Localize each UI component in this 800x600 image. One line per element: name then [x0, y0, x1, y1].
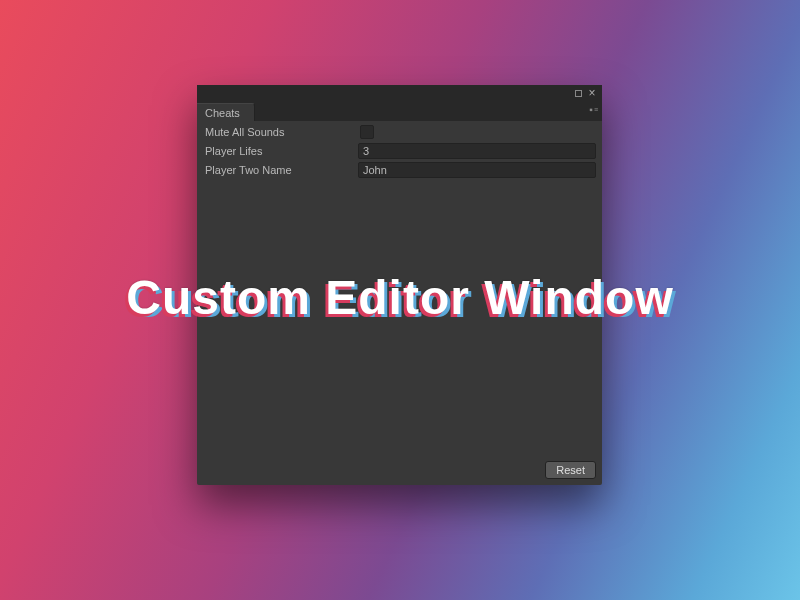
reset-button[interactable]: Reset [545, 461, 596, 479]
window-content: Mute All Sounds Player Lifes Player Two … [197, 121, 602, 485]
gradient-background: × Cheats ▪≡ Mute All Sounds Player Lifes… [0, 0, 800, 600]
close-icon[interactable]: × [586, 87, 598, 99]
property-player-lifes: Player Lifes [203, 142, 596, 160]
player-lifes-field[interactable] [358, 143, 596, 159]
property-mute-all-sounds: Mute All Sounds [203, 123, 596, 141]
button-row: Reset [203, 461, 596, 483]
mute-all-sounds-label: Mute All Sounds [203, 126, 358, 138]
tab-bar: Cheats ▪≡ [197, 101, 602, 121]
property-player-two-name: Player Two Name [203, 161, 596, 179]
player-two-name-label: Player Two Name [203, 164, 358, 176]
player-lifes-label: Player Lifes [203, 145, 358, 157]
editor-window: × Cheats ▪≡ Mute All Sounds Player Lifes… [197, 85, 602, 485]
tab-options-icon[interactable]: ▪≡ [589, 104, 598, 115]
mute-all-sounds-checkbox[interactable] [360, 125, 374, 139]
player-two-name-field[interactable] [358, 162, 596, 178]
maximize-icon[interactable] [572, 87, 584, 99]
tab-cheats[interactable]: Cheats [197, 103, 255, 121]
window-titlebar: × [197, 85, 602, 101]
